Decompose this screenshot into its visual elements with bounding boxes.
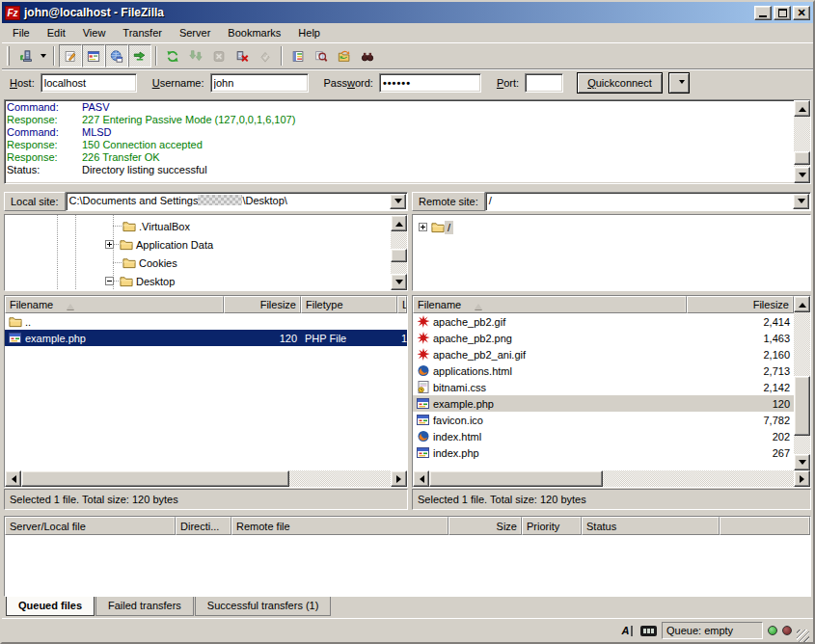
- file-row[interactable]: apache_pb2_ani.gif 2,160: [413, 346, 794, 362]
- file-row[interactable]: apache_pb2.png 1,463: [413, 330, 794, 346]
- remote-list-scrollbar[interactable]: [794, 296, 810, 470]
- tab-failed-transfers[interactable]: Failed transfers: [95, 597, 194, 616]
- column-header-server-local-file[interactable]: Server/Local file: [5, 517, 176, 535]
- maximize-button[interactable]: [774, 6, 791, 20]
- toggle-remote-tree-button[interactable]: [105, 44, 128, 67]
- remote-site-path[interactable]: /: [486, 193, 792, 210]
- refresh-button[interactable]: [161, 44, 184, 67]
- scrollbar-right-button[interactable]: [391, 470, 407, 487]
- file-row[interactable]: apache_pb2.gif 2,414: [413, 313, 794, 330]
- menu-transfer[interactable]: Transfer: [114, 25, 171, 40]
- menu-bookmarks[interactable]: Bookmarks: [219, 25, 289, 40]
- collapse-minus-icon[interactable]: [105, 277, 114, 285]
- find-files-button[interactable]: [356, 44, 379, 67]
- file-row-example-php[interactable]: example.php 120 PHP File 1: [5, 330, 407, 346]
- scrollbar-track[interactable]: [391, 231, 407, 274]
- remote-horizontal-scrollbar[interactable]: [413, 470, 810, 487]
- tab-queued-files[interactable]: Queued files: [6, 597, 95, 616]
- column-header-filename[interactable]: Filename: [5, 296, 224, 313]
- resize-grip[interactable]: [797, 630, 809, 642]
- column-header-filesize[interactable]: Filesize: [224, 296, 301, 313]
- column-header-filesize[interactable]: Filesize: [687, 296, 794, 313]
- scrollbar-right-button[interactable]: [794, 470, 810, 487]
- menu-file[interactable]: File: [4, 25, 39, 40]
- scrollbar-down-button[interactable]: [391, 274, 407, 290]
- toggle-local-tree-button[interactable]: [82, 44, 105, 67]
- scrollbar-up-button[interactable]: [794, 296, 810, 312]
- disconnect-button[interactable]: [231, 44, 254, 67]
- scrollbar-thumb[interactable]: [429, 470, 603, 487]
- quickconnect-button[interactable]: Quickconnect: [577, 72, 663, 94]
- scrollbar-track[interactable]: [429, 470, 794, 487]
- toggle-message-log-button[interactable]: [59, 44, 82, 67]
- close-button[interactable]: ✕: [793, 6, 810, 20]
- synchronized-browsing-button[interactable]: [333, 44, 356, 67]
- combobox-dropdown-button[interactable]: [793, 194, 809, 209]
- file-row[interactable]: favicon.ico 7,782: [413, 412, 794, 428]
- file-row-updir[interactable]: ..: [5, 313, 407, 330]
- toggle-transfer-queue-button[interactable]: [128, 44, 151, 67]
- reconnect-button[interactable]: [254, 44, 277, 67]
- file-row[interactable]: bitnami.css 2,142: [413, 379, 794, 395]
- site-manager-button[interactable]: [14, 44, 37, 67]
- scrollbar-thumb[interactable]: [391, 249, 407, 262]
- column-header-remote-file[interactable]: Remote file: [231, 517, 448, 535]
- tree-item-cookies[interactable]: Cookies: [113, 254, 180, 272]
- file-row[interactable]: index.html 202: [413, 428, 794, 444]
- quickconnect-dropdown[interactable]: [668, 72, 690, 94]
- file-row-example-php[interactable]: example.php 120: [413, 395, 794, 412]
- menu-help[interactable]: Help: [289, 25, 329, 40]
- column-header-filename[interactable]: Filename: [413, 296, 687, 313]
- menu-server[interactable]: Server: [171, 25, 219, 40]
- column-header-status[interactable]: Status: [582, 517, 720, 535]
- local-tree-scrollbar[interactable]: [391, 215, 407, 290]
- expand-plus-icon[interactable]: [105, 240, 114, 249]
- triangle-up-icon: [799, 299, 806, 308]
- menu-edit[interactable]: Edit: [39, 25, 74, 40]
- scrollbar-up-button[interactable]: [391, 215, 407, 231]
- file-row[interactable]: index.php 267: [413, 444, 794, 461]
- port-input[interactable]: [525, 73, 563, 93]
- host-input[interactable]: [41, 73, 137, 93]
- site-manager-dropdown[interactable]: [37, 45, 49, 67]
- scrollbar-left-button[interactable]: [413, 470, 429, 487]
- remote-site-combobox[interactable]: /: [485, 192, 811, 211]
- scrollbar-track[interactable]: [794, 312, 810, 454]
- tree-item-root[interactable]: /: [419, 218, 453, 236]
- minimize-button[interactable]: [754, 6, 772, 20]
- scrollbar-thumb[interactable]: [794, 376, 810, 436]
- scrollbar-up-button[interactable]: [794, 100, 810, 117]
- scrollbar-track[interactable]: [794, 117, 810, 167]
- scrollbar-down-button[interactable]: [794, 454, 810, 470]
- local-site-combobox[interactable]: C:\Documents and Settings\Desktop\: [66, 192, 408, 211]
- column-header-priority[interactable]: Priority: [522, 517, 582, 535]
- expand-plus-icon[interactable]: [419, 223, 427, 231]
- ascii-data-type-icon: A: [619, 623, 636, 638]
- scrollbar-left-button[interactable]: [5, 470, 21, 487]
- scrollbar-thumb[interactable]: [794, 151, 810, 165]
- username-input[interactable]: [210, 73, 309, 93]
- local-site-path[interactable]: C:\Documents and Settings\Desktop\: [67, 193, 389, 210]
- file-row[interactable]: applications.html 2,713: [413, 362, 794, 379]
- scrollbar-down-button[interactable]: [794, 167, 810, 183]
- password-input[interactable]: [379, 73, 481, 93]
- process-queue-button[interactable]: [184, 44, 207, 67]
- message-log-icon: [64, 50, 77, 63]
- column-header-lastmodified[interactable]: L: [397, 296, 407, 313]
- tree-item-application-data[interactable]: Application Data: [105, 235, 216, 254]
- scrollbar-thumb[interactable]: [21, 470, 289, 487]
- menu-view[interactable]: View: [74, 25, 115, 40]
- local-horizontal-scrollbar[interactable]: [5, 470, 407, 487]
- column-header-size[interactable]: Size: [448, 517, 522, 535]
- column-header-filetype[interactable]: Filetype: [301, 296, 397, 313]
- tree-item-desktop[interactable]: Desktop: [105, 272, 177, 290]
- scrollbar-track[interactable]: [21, 470, 391, 487]
- combobox-dropdown-button[interactable]: [390, 194, 406, 209]
- directory-listing-filters-button[interactable]: [286, 44, 310, 67]
- tab-successful-transfers[interactable]: Successful transfers (1): [195, 597, 332, 616]
- directory-comparison-button[interactable]: [310, 44, 333, 67]
- column-header-direction[interactable]: Directi...: [176, 517, 231, 535]
- cancel-button[interactable]: [207, 44, 231, 67]
- tree-item-virtualbox[interactable]: .VirtualBox: [113, 217, 193, 235]
- log-scrollbar[interactable]: [794, 100, 810, 183]
